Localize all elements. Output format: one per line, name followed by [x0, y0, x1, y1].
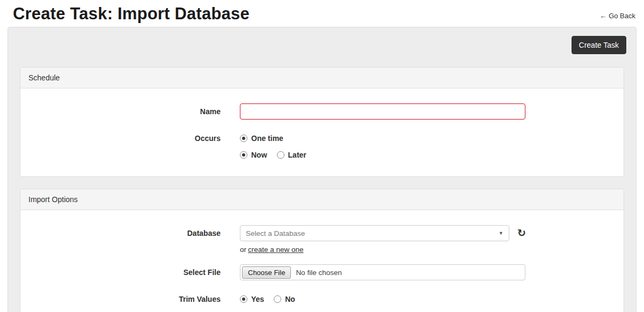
- select-file-row: Select File Choose File No file chosen: [28, 264, 616, 280]
- name-control: [240, 103, 525, 120]
- schedule-card-body: Name Occurs One time Now Later: [20, 88, 624, 176]
- schedule-card-header: Schedule: [20, 68, 624, 88]
- select-file-control: Choose File No file chosen: [240, 264, 525, 280]
- file-status-text: No file chosen: [296, 269, 342, 277]
- radio-now[interactable]: [240, 151, 247, 159]
- panel-toolbar: Create Task: [18, 36, 626, 54]
- import-options-card-header: Import Options: [20, 189, 624, 210]
- database-row: Database Select a Database ▼ ↻ orcreate …: [28, 225, 616, 254]
- trim-values-row: Trim Values Yes No: [28, 291, 616, 307]
- radio-later-label: Later: [288, 151, 306, 159]
- form-panel: Create Task Schedule Name Occurs One tim…: [8, 27, 636, 312]
- trim-values-control: Yes No: [240, 291, 305, 307]
- create-new-line: orcreate a new one: [240, 246, 526, 254]
- name-label: Name: [28, 103, 221, 120]
- go-back-label: Go Back: [609, 12, 635, 20]
- left-arrow-icon: ←: [599, 12, 606, 20]
- file-input[interactable]: Choose File No file chosen: [240, 264, 525, 280]
- radio-one-time-label: One time: [251, 134, 283, 143]
- database-label: Database: [28, 225, 221, 241]
- page-header: Create Task: Import Database ←Go Back: [0, 0, 644, 27]
- database-select-line: Select a Database ▼ ↻: [240, 225, 526, 241]
- database-select-value: Select a Database: [246, 229, 305, 237]
- occurs-label: Occurs: [28, 130, 221, 146]
- occurs-time-line: Now Later: [240, 150, 316, 160]
- name-row: Name: [28, 103, 616, 120]
- database-control: Select a Database ▼ ↻ orcreate a new one: [240, 225, 526, 254]
- radio-trim-yes[interactable]: [240, 295, 247, 303]
- choose-file-button[interactable]: Choose File: [242, 266, 291, 279]
- task-name-input[interactable]: [240, 103, 525, 120]
- occurs-row: Occurs One time Now Later: [28, 130, 616, 160]
- create-task-button[interactable]: Create Task: [572, 36, 626, 54]
- radio-now-label: Now: [251, 151, 267, 159]
- create-new-prefix: or: [240, 246, 246, 254]
- go-back-link[interactable]: ←Go Back: [599, 12, 635, 20]
- select-file-label: Select File: [28, 264, 221, 280]
- radio-trim-no[interactable]: [274, 295, 281, 303]
- chevron-down-icon: ▼: [499, 231, 503, 236]
- import-options-card: Import Options Database Select a Databas…: [20, 189, 624, 312]
- refresh-icon[interactable]: ↻: [517, 225, 526, 241]
- database-select[interactable]: Select a Database ▼: [240, 225, 509, 241]
- radio-trim-no-label: No: [285, 295, 295, 303]
- trim-values-option-line: Yes No: [240, 291, 305, 307]
- trim-values-label: Trim Values: [28, 291, 221, 307]
- page-title: Create Task: Import Database: [13, 4, 250, 24]
- radio-later[interactable]: [277, 151, 284, 159]
- import-options-card-body: Database Select a Database ▼ ↻ orcreate …: [20, 210, 624, 312]
- occurs-option-line: One time: [240, 130, 316, 146]
- radio-trim-yes-label: Yes: [251, 295, 264, 303]
- schedule-card: Schedule Name Occurs One time Now: [20, 67, 624, 177]
- create-new-database-link[interactable]: create a new one: [248, 246, 304, 254]
- radio-one-time[interactable]: [240, 135, 247, 142]
- occurs-control: One time Now Later: [240, 130, 316, 160]
